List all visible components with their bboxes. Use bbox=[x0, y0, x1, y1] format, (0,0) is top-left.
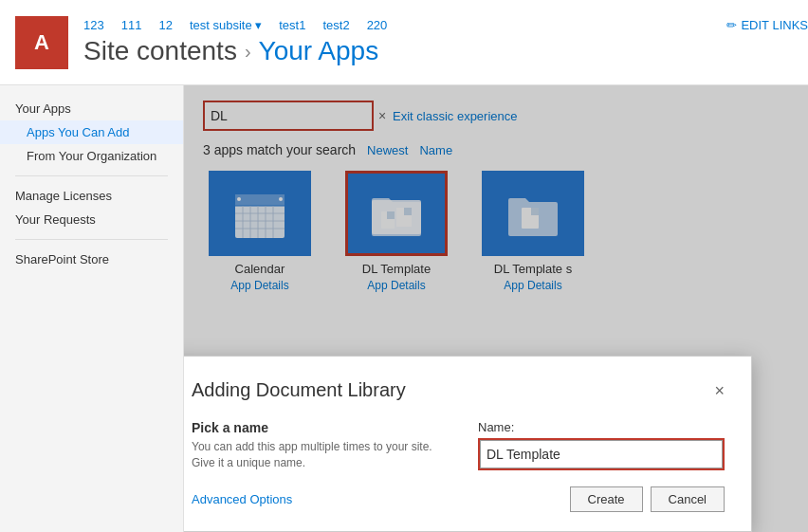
create-button[interactable]: Create bbox=[570, 486, 643, 512]
nav-link-220[interactable]: 220 bbox=[367, 18, 388, 32]
modal-header: Adding Document Library × bbox=[192, 379, 725, 401]
name-input-wrapper bbox=[478, 438, 725, 470]
name-label: Name: bbox=[478, 420, 725, 434]
nav-link-test1[interactable]: test1 bbox=[279, 18, 305, 32]
site-title: Site contents › Your Apps bbox=[83, 36, 808, 66]
content-area: × Exit classic experience 3 apps match y… bbox=[184, 85, 808, 532]
modal-overlay: Adding Document Library × Pick a name Yo… bbox=[184, 85, 808, 532]
edit-links-button[interactable]: ✏ EDIT LINKS bbox=[726, 18, 808, 32]
pencil-icon: ✏ bbox=[726, 18, 737, 32]
cancel-button[interactable]: Cancel bbox=[651, 486, 725, 512]
add-library-modal: Adding Document Library × Pick a name Yo… bbox=[184, 356, 752, 532]
sidebar-item-your-apps[interactable]: Your Apps bbox=[0, 97, 183, 120]
name-input[interactable] bbox=[480, 440, 723, 468]
modal-left: Pick a name You can add this app multipl… bbox=[192, 420, 448, 471]
breadcrumb-arrow: › bbox=[245, 41, 251, 63]
nav-link-test2[interactable]: test2 bbox=[322, 18, 349, 32]
logo-letter: A bbox=[34, 30, 49, 55]
advanced-options-link[interactable]: Advanced Options bbox=[192, 492, 292, 506]
nav-link-123[interactable]: 123 bbox=[83, 18, 104, 32]
top-nav: A 123 111 12 test subsite ▾ test1 test2 … bbox=[0, 0, 808, 85]
nav-links: 123 111 12 test subsite ▾ test1 test2 22… bbox=[83, 18, 808, 66]
main-layout: Your Apps Apps You Can Add From Your Org… bbox=[0, 85, 808, 532]
sub-title-text: Your Apps bbox=[259, 36, 379, 66]
sidebar-item-sharepoint-store[interactable]: SharePoint Store bbox=[0, 248, 183, 271]
sidebar-item-manage-licenses[interactable]: Manage Licenses bbox=[0, 184, 183, 208]
edit-links-label: EDIT LINKS bbox=[741, 18, 808, 32]
nav-link-12[interactable]: 12 bbox=[158, 18, 172, 32]
sidebar-item-from-your-org[interactable]: From Your Organization bbox=[0, 144, 183, 168]
nav-link-111[interactable]: 111 bbox=[121, 18, 142, 32]
nav-top-row: 123 111 12 test subsite ▾ test1 test2 22… bbox=[83, 18, 808, 32]
modal-close-button[interactable]: × bbox=[714, 382, 725, 399]
sidebar-divider bbox=[15, 175, 168, 176]
modal-title: Adding Document Library bbox=[192, 379, 406, 401]
pick-name-label: Pick a name bbox=[192, 420, 448, 435]
sidebar-divider-2 bbox=[15, 239, 168, 240]
pick-name-desc: You can add this app multiple times to y… bbox=[192, 439, 448, 471]
logo-box: A bbox=[15, 16, 68, 69]
sidebar: Your Apps Apps You Can Add From Your Org… bbox=[0, 85, 184, 532]
modal-buttons: Create Cancel bbox=[570, 486, 725, 512]
site-title-text: Site contents bbox=[83, 36, 237, 66]
nav-link-subsite[interactable]: test subsite ▾ bbox=[190, 18, 262, 32]
modal-body: Pick a name You can add this app multipl… bbox=[192, 420, 725, 471]
sidebar-item-your-requests[interactable]: Your Requests bbox=[0, 208, 183, 231]
sidebar-item-apps-you-can-add[interactable]: Apps You Can Add bbox=[0, 120, 183, 144]
modal-footer: Advanced Options Create Cancel bbox=[192, 486, 725, 512]
modal-right: Name: bbox=[478, 420, 725, 470]
